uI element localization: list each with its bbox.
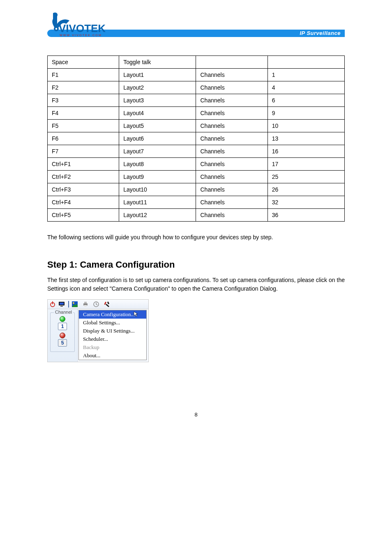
table-cell-name: Toggle talk — [119, 56, 196, 69]
screenshot-toolbar — [48, 300, 148, 309]
table-cell-ch: 13 — [267, 132, 344, 145]
channel-panel: Channel 1 5 — [48, 309, 78, 362]
svg-rect-13 — [84, 305, 87, 307]
channel-led-1 — [60, 316, 65, 322]
table-cell-name: Layout11 — [119, 196, 196, 209]
table-cell-lbl: Channels — [196, 94, 267, 107]
svg-text:VIVOTEK: VIVOTEK — [59, 22, 106, 35]
table-cell-code: Ctrl+F4 — [48, 196, 119, 209]
table-cell-code: Ctrl+F3 — [48, 183, 119, 196]
table-cell-name: Layout6 — [119, 132, 196, 145]
power-icon[interactable] — [49, 301, 56, 308]
table-row: Ctrl+F5Layout12Channels36 — [48, 209, 345, 222]
table-cell-ch: 17 — [267, 158, 344, 171]
settings-icon[interactable] — [104, 301, 110, 308]
table-cell-lbl: Channels — [196, 81, 267, 94]
table-cell-ch: 6 — [267, 94, 344, 107]
channel-num-1[interactable]: 1 — [58, 323, 67, 330]
table-row: F7Layout7Channels16 — [48, 145, 345, 158]
table-cell-code: F1 — [48, 69, 119, 81]
step-paragraph: The first step of configuration is to se… — [47, 276, 345, 294]
menu-backup: Backup — [79, 343, 146, 352]
channel-legend: Channel — [54, 310, 73, 314]
table-cell-ch: 1 — [267, 69, 344, 81]
table-cell-lbl: Channels — [196, 183, 267, 196]
table-cell-ch: 25 — [267, 171, 344, 183]
menu-camera-configuration[interactable]: Camera Configuration... — [79, 310, 146, 319]
monitor-icon[interactable] — [58, 301, 65, 308]
table-cell-name: Layout8 — [119, 158, 196, 171]
table-cell-code: F6 — [48, 132, 119, 145]
table-cell-name: Layout2 — [119, 81, 196, 94]
table-cell-code: F4 — [48, 107, 119, 120]
table-cell-name: Layout4 — [119, 107, 196, 120]
ui-screenshot: Channel 1 5 Camera Configuration... Glob… — [47, 299, 149, 362]
menu-global-settings[interactable]: Global Settings... — [79, 319, 146, 327]
table-cell-lbl — [196, 56, 267, 69]
table-row: F2Layout2Channels4 — [48, 81, 345, 94]
table-cell-name: Layout5 — [119, 120, 196, 132]
table-cell-ch: 36 — [267, 209, 344, 222]
table-cell-ch: 16 — [267, 145, 344, 158]
table-row: Ctrl+F2Layout9Channels25 — [48, 171, 345, 183]
table-cell-lbl: Channels — [196, 69, 267, 81]
table-cell-ch: 32 — [267, 196, 344, 209]
table-cell-code: Ctrl+F5 — [48, 209, 119, 222]
table-cell-name: Layout10 — [119, 183, 196, 196]
table-cell-code: F2 — [48, 81, 119, 94]
table-row: Ctrl+F4Layout11Channels32 — [48, 196, 345, 209]
table-cell-lbl: Channels — [196, 209, 267, 222]
table-cell-name: Layout3 — [119, 94, 196, 107]
table-row: F1Layout1Channels1 — [48, 69, 345, 81]
svg-rect-7 — [60, 303, 64, 305]
svg-point-10 — [73, 302, 74, 304]
menu-display-ui-settings[interactable]: Display & UI Settings... — [79, 327, 146, 335]
step-heading: Step 1: Camera Configuration — [47, 259, 345, 270]
intro-paragraph: The following sections will guide you th… — [47, 233, 345, 242]
menu-item-label: Camera Configuration... — [83, 311, 135, 317]
table-cell-lbl: Channels — [196, 132, 267, 145]
banner-right-text: IP Surveillance — [300, 30, 341, 36]
table-cell-code: Ctrl+F1 — [48, 158, 119, 171]
svg-rect-5 — [52, 301, 53, 304]
table-cell-code: F7 — [48, 145, 119, 158]
svg-text:WWW.VIVOTEK.COM: WWW.VIVOTEK.COM — [60, 34, 102, 37]
svg-point-1 — [55, 28, 57, 30]
table-cell-code: Ctrl+F2 — [48, 171, 119, 183]
header-banner: IP Surveillance VIVOTEK WWW.VIVOTEK.COM — [47, 12, 345, 37]
table-cell-lbl: Channels — [196, 120, 267, 132]
table-row: Ctrl+F3Layout10Channels26 — [48, 183, 345, 196]
table-cell-lbl: Channels — [196, 107, 267, 120]
settings-context-menu: Camera Configuration... Global Settings.… — [78, 310, 147, 360]
table-cell-ch: 26 — [267, 183, 344, 196]
shortcut-table: SpaceToggle talkF1Layout1Channels1F2Layo… — [47, 56, 345, 222]
table-row: Ctrl+F1Layout8Channels17 — [48, 158, 345, 171]
table-cell-code: F5 — [48, 120, 119, 132]
picture-icon[interactable] — [71, 301, 78, 308]
svg-rect-12 — [84, 302, 87, 303]
table-cell-lbl: Channels — [196, 171, 267, 183]
menu-scheduler[interactable]: Scheduler... — [79, 335, 146, 343]
channel-num-5[interactable]: 5 — [58, 339, 67, 347]
page-number: 8 — [47, 412, 345, 418]
menu-about[interactable]: About... — [79, 352, 146, 360]
printer-icon[interactable] — [82, 301, 89, 308]
channel-led-5 — [60, 333, 65, 338]
table-cell-lbl: Channels — [196, 158, 267, 171]
table-row: SpaceToggle talk — [48, 56, 345, 69]
brand-logo: VIVOTEK WWW.VIVOTEK.COM — [47, 12, 121, 38]
table-row: F5Layout5Channels10 — [48, 120, 345, 132]
table-cell-name: Layout12 — [119, 209, 196, 222]
page-content: SpaceToggle talkF1Layout1Channels1F2Layo… — [47, 56, 345, 418]
table-cell-lbl: Channels — [196, 145, 267, 158]
cursor-icon — [133, 311, 139, 317]
svg-rect-16 — [107, 301, 109, 304]
table-cell-ch — [267, 56, 344, 69]
clock-icon[interactable] — [93, 301, 99, 308]
table-cell-ch: 9 — [267, 107, 344, 120]
table-row: F6Layout6Channels13 — [48, 132, 345, 145]
table-cell-ch: 4 — [267, 81, 344, 94]
table-cell-name: Layout9 — [119, 171, 196, 183]
svg-rect-8 — [60, 306, 63, 307]
table-row: F3Layout3Channels6 — [48, 94, 345, 107]
